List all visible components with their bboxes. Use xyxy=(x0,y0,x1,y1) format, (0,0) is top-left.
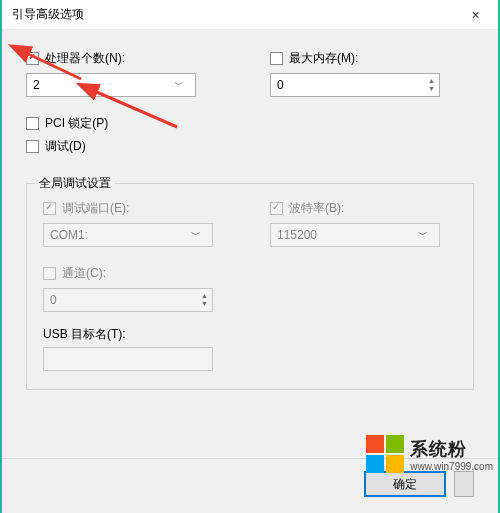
channel-checkbox xyxy=(43,267,56,280)
global-debug-title: 全局调试设置 xyxy=(35,175,115,192)
button-bar: 确定 xyxy=(364,471,474,497)
close-icon: × xyxy=(471,7,479,23)
debug-port-value: COM1: xyxy=(50,228,88,242)
processor-count-label: 处理器个数(N): xyxy=(45,50,125,67)
max-memory-label: 最大内存(M): xyxy=(289,50,358,67)
baud-rate-select: 115200 ﹀ xyxy=(270,223,440,247)
baud-rate-label: 波特率(B): xyxy=(289,200,344,217)
channel-label: 通道(C): xyxy=(62,265,106,282)
content-area: 处理器个数(N): 2 ﹀ 最大内存(M): 0 ▲▼ PCI 锁定(P) 调试… xyxy=(2,30,498,513)
processor-count-value: 2 xyxy=(33,78,40,92)
ok-button[interactable]: 确定 xyxy=(364,471,446,497)
watermark-text: 系统粉 xyxy=(410,437,467,461)
titlebar: 引导高级选项 × xyxy=(2,0,498,30)
close-button[interactable]: × xyxy=(453,0,498,30)
channel-value: 0 xyxy=(50,293,57,307)
partial-button[interactable] xyxy=(454,471,474,497)
microsoft-logo-icon xyxy=(366,435,404,473)
watermark: 系统粉 www.win7999.com xyxy=(366,435,493,473)
pci-lock-checkbox[interactable] xyxy=(26,117,39,130)
watermark-url: www.win7999.com xyxy=(410,461,493,472)
usb-target-input xyxy=(43,347,213,371)
chevron-down-icon: ﹀ xyxy=(413,228,433,242)
processor-count-select[interactable]: 2 ﹀ xyxy=(26,73,196,97)
channel-spinner: 0 ▲▼ xyxy=(43,288,213,312)
debug-port-label: 调试端口(E): xyxy=(62,200,129,217)
usb-target-label: USB 目标名(T): xyxy=(43,327,126,341)
max-memory-checkbox[interactable] xyxy=(270,52,283,65)
chevron-down-icon: ﹀ xyxy=(186,228,206,242)
baud-rate-value: 115200 xyxy=(277,228,317,242)
processor-count-checkbox[interactable] xyxy=(26,52,39,65)
debug-port-select: COM1: ﹀ xyxy=(43,223,213,247)
global-debug-groupbox: 全局调试设置 调试端口(E): COM1: ﹀ 波特率(B): 115200 xyxy=(26,183,474,390)
max-memory-spinner[interactable]: 0 ▲▼ xyxy=(270,73,440,97)
debug-label: 调试(D) xyxy=(45,138,86,155)
window-title: 引导高级选项 xyxy=(12,6,84,23)
chevron-down-icon: ﹀ xyxy=(169,78,189,92)
pci-lock-label: PCI 锁定(P) xyxy=(45,115,108,132)
spinner-buttons-icon: ▲▼ xyxy=(201,292,208,308)
max-memory-value: 0 xyxy=(277,78,284,92)
debug-checkbox[interactable] xyxy=(26,140,39,153)
ok-button-label: 确定 xyxy=(393,476,417,493)
baud-rate-checkbox xyxy=(270,202,283,215)
spinner-buttons-icon: ▲▼ xyxy=(428,77,435,93)
debug-port-checkbox xyxy=(43,202,56,215)
